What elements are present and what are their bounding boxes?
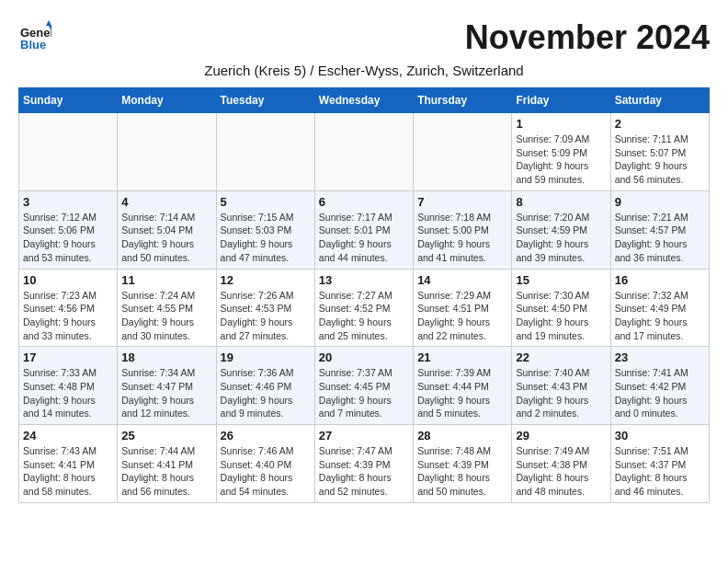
calendar-cell: 29Sunrise: 7:49 AM Sunset: 4:38 PM Dayli… <box>512 425 610 503</box>
day-number: 6 <box>319 195 409 209</box>
day-info: Sunrise: 7:40 AM Sunset: 4:43 PM Dayligh… <box>516 366 606 420</box>
calendar-cell: 12Sunrise: 7:26 AM Sunset: 4:53 PM Dayli… <box>216 269 314 347</box>
day-info: Sunrise: 7:23 AM Sunset: 4:56 PM Dayligh… <box>23 289 113 343</box>
day-number: 11 <box>121 273 211 287</box>
day-number: 8 <box>516 195 606 209</box>
day-info: Sunrise: 7:29 AM Sunset: 4:51 PM Dayligh… <box>417 289 507 343</box>
day-number: 12 <box>221 273 311 287</box>
calendar-cell: 23Sunrise: 7:41 AM Sunset: 4:42 PM Dayli… <box>610 347 709 425</box>
calendar-cell: 6Sunrise: 7:17 AM Sunset: 5:01 PM Daylig… <box>314 190 413 269</box>
calendar-cell: 1Sunrise: 7:09 AM Sunset: 5:09 PM Daylig… <box>512 113 610 191</box>
day-info: Sunrise: 7:32 AM Sunset: 4:49 PM Dayligh… <box>615 289 705 343</box>
day-number: 25 <box>121 429 211 442</box>
weekday-header-wednesday: Wednesday <box>314 88 413 113</box>
calendar-cell: 27Sunrise: 7:47 AM Sunset: 4:39 PM Dayli… <box>314 425 413 503</box>
calendar-table: SundayMondayTuesdayWednesdayThursdayFrid… <box>18 87 710 503</box>
calendar-week-row: 1Sunrise: 7:09 AM Sunset: 5:09 PM Daylig… <box>19 113 710 191</box>
weekday-header-tuesday: Tuesday <box>216 88 314 113</box>
subtitle: Zuerich (Kreis 5) / Escher-Wyss, Zurich,… <box>18 63 710 78</box>
calendar-cell: 11Sunrise: 7:24 AM Sunset: 4:55 PM Dayli… <box>118 269 216 347</box>
calendar-cell: 17Sunrise: 7:33 AM Sunset: 4:48 PM Dayli… <box>19 347 118 425</box>
calendar-cell: 19Sunrise: 7:36 AM Sunset: 4:46 PM Dayli… <box>216 347 314 425</box>
calendar-cell: 20Sunrise: 7:37 AM Sunset: 4:45 PM Dayli… <box>314 347 413 425</box>
calendar-cell: 22Sunrise: 7:40 AM Sunset: 4:43 PM Dayli… <box>512 347 610 425</box>
calendar-week-row: 24Sunrise: 7:43 AM Sunset: 4:41 PM Dayli… <box>19 425 710 503</box>
day-info: Sunrise: 7:33 AM Sunset: 4:48 PM Dayligh… <box>23 366 113 420</box>
day-info: Sunrise: 7:24 AM Sunset: 4:55 PM Dayligh… <box>121 289 211 343</box>
day-info: Sunrise: 7:37 AM Sunset: 4:45 PM Dayligh… <box>319 366 409 420</box>
day-number: 14 <box>417 273 507 287</box>
calendar-cell <box>314 113 413 191</box>
day-number: 21 <box>417 350 507 364</box>
day-number: 19 <box>221 350 311 364</box>
day-info: Sunrise: 7:17 AM Sunset: 5:01 PM Dayligh… <box>319 211 409 265</box>
day-number: 16 <box>615 273 705 287</box>
day-number: 3 <box>23 195 113 209</box>
day-number: 10 <box>23 273 113 287</box>
day-number: 29 <box>516 429 606 442</box>
weekday-header-thursday: Thursday <box>414 88 512 113</box>
day-number: 4 <box>121 195 211 209</box>
calendar-cell: 9Sunrise: 7:21 AM Sunset: 4:57 PM Daylig… <box>610 190 709 269</box>
day-info: Sunrise: 7:47 AM Sunset: 4:39 PM Dayligh… <box>319 444 409 499</box>
day-number: 20 <box>319 350 409 364</box>
day-number: 27 <box>319 429 409 442</box>
title-section: November 2024 <box>465 18 710 57</box>
calendar-cell <box>414 113 512 191</box>
calendar-cell: 10Sunrise: 7:23 AM Sunset: 4:56 PM Dayli… <box>19 269 118 347</box>
day-info: Sunrise: 7:12 AM Sunset: 5:06 PM Dayligh… <box>23 211 113 265</box>
day-number: 26 <box>221 429 311 442</box>
weekday-header-saturday: Saturday <box>610 88 709 113</box>
day-info: Sunrise: 7:51 AM Sunset: 4:37 PM Dayligh… <box>615 444 705 499</box>
svg-marker-2 <box>46 20 51 26</box>
day-number: 24 <box>23 429 113 442</box>
day-info: Sunrise: 7:11 AM Sunset: 5:07 PM Dayligh… <box>615 132 705 187</box>
day-number: 17 <box>23 350 113 364</box>
calendar-cell: 30Sunrise: 7:51 AM Sunset: 4:37 PM Dayli… <box>610 425 709 503</box>
day-number: 13 <box>319 273 409 287</box>
calendar-cell <box>19 113 118 191</box>
svg-text:Blue: Blue <box>20 38 46 52</box>
day-info: Sunrise: 7:48 AM Sunset: 4:39 PM Dayligh… <box>417 444 507 499</box>
calendar-cell: 26Sunrise: 7:46 AM Sunset: 4:40 PM Dayli… <box>216 425 314 503</box>
calendar-cell: 8Sunrise: 7:20 AM Sunset: 4:59 PM Daylig… <box>512 190 610 269</box>
day-number: 22 <box>516 350 606 364</box>
day-info: Sunrise: 7:44 AM Sunset: 4:41 PM Dayligh… <box>121 444 211 499</box>
day-number: 7 <box>417 195 507 209</box>
day-info: Sunrise: 7:18 AM Sunset: 5:00 PM Dayligh… <box>417 211 507 265</box>
day-number: 1 <box>516 117 606 131</box>
day-info: Sunrise: 7:41 AM Sunset: 4:42 PM Dayligh… <box>615 366 705 420</box>
calendar-cell: 13Sunrise: 7:27 AM Sunset: 4:52 PM Dayli… <box>314 269 413 347</box>
calendar-header-row: SundayMondayTuesdayWednesdayThursdayFrid… <box>19 88 710 113</box>
day-number: 30 <box>615 429 705 442</box>
month-title: November 2024 <box>465 18 710 57</box>
day-info: Sunrise: 7:34 AM Sunset: 4:47 PM Dayligh… <box>121 366 211 420</box>
calendar-cell: 21Sunrise: 7:39 AM Sunset: 4:44 PM Dayli… <box>414 347 512 425</box>
day-number: 15 <box>516 273 606 287</box>
day-number: 9 <box>615 195 705 209</box>
calendar-cell: 3Sunrise: 7:12 AM Sunset: 5:06 PM Daylig… <box>19 190 118 269</box>
day-info: Sunrise: 7:26 AM Sunset: 4:53 PM Dayligh… <box>221 289 311 343</box>
calendar-cell: 7Sunrise: 7:18 AM Sunset: 5:00 PM Daylig… <box>414 190 512 269</box>
day-number: 2 <box>615 117 705 131</box>
calendar-cell: 16Sunrise: 7:32 AM Sunset: 4:49 PM Dayli… <box>610 269 709 347</box>
calendar-cell: 18Sunrise: 7:34 AM Sunset: 4:47 PM Dayli… <box>118 347 216 425</box>
day-info: Sunrise: 7:39 AM Sunset: 4:44 PM Dayligh… <box>417 366 507 420</box>
calendar-cell <box>118 113 216 191</box>
day-number: 5 <box>221 195 311 209</box>
calendar-week-row: 17Sunrise: 7:33 AM Sunset: 4:48 PM Dayli… <box>19 347 710 425</box>
day-info: Sunrise: 7:36 AM Sunset: 4:46 PM Dayligh… <box>221 366 311 420</box>
calendar-week-row: 10Sunrise: 7:23 AM Sunset: 4:56 PM Dayli… <box>19 269 710 347</box>
day-number: 23 <box>615 350 705 364</box>
day-info: Sunrise: 7:46 AM Sunset: 4:40 PM Dayligh… <box>221 444 311 499</box>
day-info: Sunrise: 7:21 AM Sunset: 4:57 PM Dayligh… <box>615 211 705 265</box>
logo: General Blue <box>18 18 55 52</box>
calendar-cell: 5Sunrise: 7:15 AM Sunset: 5:03 PM Daylig… <box>216 190 314 269</box>
day-number: 28 <box>417 429 507 442</box>
day-info: Sunrise: 7:49 AM Sunset: 4:38 PM Dayligh… <box>516 444 606 499</box>
calendar-cell: 28Sunrise: 7:48 AM Sunset: 4:39 PM Dayli… <box>414 425 512 503</box>
calendar-cell: 25Sunrise: 7:44 AM Sunset: 4:41 PM Dayli… <box>118 425 216 503</box>
day-info: Sunrise: 7:15 AM Sunset: 5:03 PM Dayligh… <box>221 211 311 265</box>
weekday-header-friday: Friday <box>512 88 610 113</box>
day-number: 18 <box>121 350 211 364</box>
